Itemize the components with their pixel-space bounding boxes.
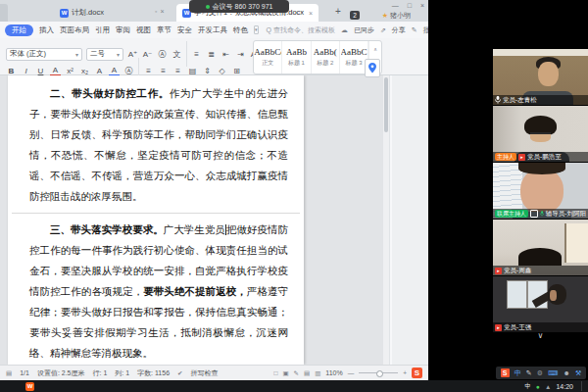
bold-button[interactable]: B: [6, 67, 17, 75]
share-icon: ⇗: [380, 26, 386, 34]
tray-expand-icon[interactable]: ▲: [545, 383, 551, 390]
underline-button[interactable]: U: [35, 67, 46, 75]
paragraph-body: 严格遵守纪律；要带头做好日报告和零报告，保持信息真实畅通；要带头妥善安排假期学习…: [29, 286, 288, 359]
menu-page-layout[interactable]: 页面布局: [60, 25, 89, 35]
collapse-participants-button[interactable]: ∨: [493, 332, 588, 341]
zoom-in-button[interactable]: +: [403, 369, 407, 376]
font-color-button[interactable]: A: [109, 66, 120, 76]
command-search[interactable]: Q 查找命令、搜索模板: [267, 25, 335, 35]
align-right-button[interactable]: ≡: [172, 67, 183, 75]
menu-special[interactable]: 特色: [233, 25, 248, 35]
tab-plan-docx[interactable]: W 计划.docx: [54, 4, 110, 22]
show-desktop-button[interactable]: [581, 381, 584, 391]
partial-tab[interactable]: [0, 4, 8, 22]
participant-name: 党员-王强: [504, 323, 531, 332]
shading-button[interactable]: ◇: [217, 67, 227, 75]
menu-view[interactable]: 视图: [136, 25, 151, 35]
menu-security[interactable]: 安全: [177, 25, 192, 35]
style-normal[interactable]: AaBbCcDd 正文: [254, 41, 282, 74]
audio-signal-icon: ▸: [495, 324, 502, 331]
participant-name: 党员-左青松: [503, 96, 537, 105]
scrollbar-thumb[interactable]: [384, 77, 388, 132]
zoom-percent[interactable]: 110%: [325, 369, 342, 376]
character-border-button[interactable]: Ⓐ: [123, 66, 134, 76]
close-icon[interactable]: ×: [160, 8, 167, 15]
zoom-slider-knob[interactable]: [376, 370, 383, 377]
video-tile-participant-5[interactable]: ▸ 党员-王强: [493, 276, 588, 332]
text-boundary-line: [12, 213, 300, 214]
line-spacing-button[interactable]: ⇕: [202, 67, 213, 75]
clock[interactable]: 14:20: [556, 383, 573, 390]
menu-section[interactable]: 章节: [157, 25, 172, 35]
locate-pin-button[interactable]: [365, 59, 380, 77]
view-web-icon[interactable]: ▤: [304, 369, 310, 377]
align-center-button[interactable]: ≡: [158, 67, 169, 75]
punctuation-icon[interactable]: ✎: [526, 368, 532, 377]
close-icon[interactable]: ×: [309, 10, 313, 17]
word-count[interactable]: 字数: 1156: [137, 368, 170, 378]
tab-hover-controls[interactable]: ◦×: [155, 8, 168, 15]
share-button[interactable]: 分享: [392, 25, 406, 35]
maximize-button[interactable]: □: [408, 2, 412, 9]
menu-review[interactable]: 审阅: [116, 25, 130, 35]
audio-signal-icon: ▸: [495, 268, 502, 274]
strikethrough-button[interactable]: A: [50, 66, 61, 76]
menu-references[interactable]: 引用: [95, 25, 110, 35]
tray-status-icon[interactable]: ●: [536, 383, 540, 390]
input-language-indicator[interactable]: 中: [525, 382, 532, 391]
participant-label: 党员-左青松: [493, 95, 588, 105]
profile-icon[interactable]: ☻: [564, 368, 570, 377]
italic-button[interactable]: I: [21, 67, 31, 75]
document-page[interactable]: 二、带头做好防控工作。作为广大学生中的先进分子，要带头做好疫情防控的政策宣传、知…: [8, 75, 304, 365]
notification-badge[interactable]: 2: [350, 11, 360, 20]
view-outline-icon[interactable]: ▥: [315, 369, 320, 377]
view-edit-icon[interactable]: ✎: [294, 369, 299, 377]
menu-dev-tools[interactable]: 开发工具: [198, 25, 227, 35]
justify-button[interactable]: ▤: [187, 67, 198, 75]
zoom-slider[interactable]: [359, 372, 398, 373]
spellcheck-toggle[interactable]: 拼写检查: [191, 368, 219, 378]
participant-figure: [518, 248, 562, 266]
align-left-button[interactable]: ≡: [143, 67, 154, 75]
menu-home[interactable]: 开始: [5, 24, 33, 36]
keyboard-icon[interactable]: ⌨: [548, 368, 558, 377]
close-button[interactable]: ×: [420, 2, 424, 9]
video-tile-participant-2[interactable]: 主持人 ▸ 党员-鹏浩至: [493, 106, 588, 162]
windows-taskbar: W 中 ● ▲ 14:20: [0, 380, 588, 392]
paragraph-lead: 二、带头做好防控工作。: [50, 88, 170, 99]
search-icon: Q: [267, 26, 271, 33]
view-print-layout-icon[interactable]: ▣: [282, 369, 288, 377]
participant-label: ▸ 党员-周鑫: [493, 266, 588, 275]
table-borders-button[interactable]: ⊞: [231, 67, 242, 75]
sogou-input-toolbar: S 中 ✎ ⚙ ⌨ ☻ ⚒: [496, 367, 586, 379]
participant-figure: [538, 62, 559, 86]
video-tile-participant-1[interactable]: 党员-左青松: [493, 49, 588, 105]
zoom-out-button[interactable]: —: [348, 369, 355, 376]
synced-label[interactable]: 已同步: [354, 25, 374, 35]
menu-insert[interactable]: 插入: [39, 25, 54, 35]
style-heading2[interactable]: AaBb( 标题 2: [312, 41, 340, 74]
sogou-input-icon[interactable]: S: [412, 368, 422, 378]
style-heading1[interactable]: AaBb 标题 1: [282, 41, 311, 74]
view-fullscreen-icon[interactable]: □: [273, 369, 277, 376]
line-indicator: 行: 1: [93, 368, 108, 378]
sogou-logo-icon[interactable]: S: [501, 368, 510, 377]
meeting-id-label: 会议号 860 370 971: [213, 2, 273, 12]
new-tab-button[interactable]: +: [335, 6, 341, 17]
highlight-button[interactable]: A: [94, 67, 105, 75]
minimize-button[interactable]: —: [392, 2, 399, 9]
wps-taskbar-icon[interactable]: W: [25, 382, 34, 391]
scroll-up-icon[interactable]: ∧: [373, 46, 377, 52]
menu-more-dropdown-icon[interactable]: ▾: [254, 25, 259, 34]
subscript-button[interactable]: x₂: [79, 67, 90, 75]
chinese-mode-icon[interactable]: 中: [514, 368, 521, 377]
wps-window: W 计划.docx ◦× W 学习文件1：众志成城战疫情.docx × + — …: [0, 0, 428, 380]
account-name: 猪小明: [390, 11, 411, 21]
settings-gear-icon[interactable]: ⚙: [537, 368, 543, 377]
account-entry[interactable]: ★ 猪小明: [382, 11, 411, 21]
video-tile-participant-4[interactable]: ▸ 党员-周鑫: [493, 220, 588, 275]
toolbox-icon[interactable]: ⚒: [575, 368, 581, 377]
meeting-video-sidebar: 党员-左青松 主持人 ▸ 党员-鹏浩至 联席主持人: [428, 0, 588, 380]
video-tile-participant-3[interactable]: 联席主持人 辅导员-刘阿阳: [493, 163, 588, 219]
superscript-button[interactable]: x²: [65, 67, 75, 75]
